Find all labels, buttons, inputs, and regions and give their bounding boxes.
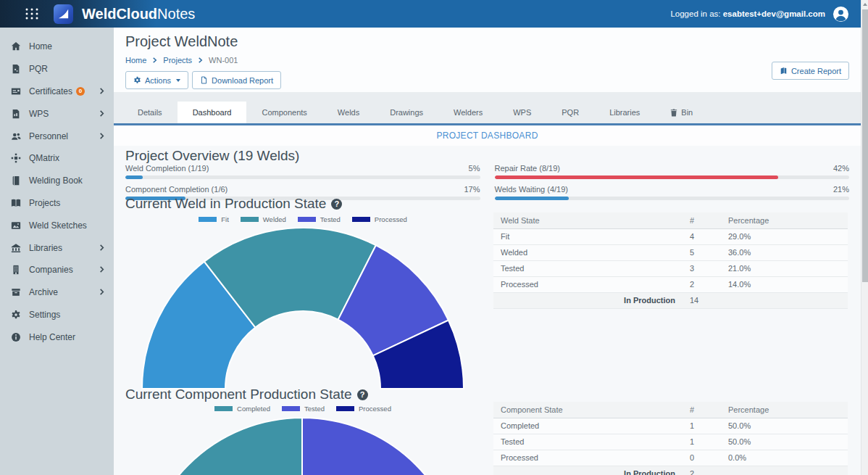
breadcrumb: Home Projects WN-001	[125, 56, 861, 65]
legend-swatch	[282, 406, 300, 411]
sidebar-item-wps[interactable]: WPS	[0, 102, 114, 125]
image-icon	[11, 220, 21, 231]
scroll-up-arrow-icon[interactable]	[863, 3, 867, 6]
legend-swatch	[199, 217, 217, 222]
vertical-scrollbar[interactable]	[861, 0, 868, 475]
help-icon[interactable]: ?	[357, 389, 368, 400]
sidebar-item-pqr[interactable]: PQR	[0, 58, 114, 80]
progress-bar	[495, 197, 850, 200]
legend-swatch	[298, 217, 316, 222]
metric-value: 21%	[833, 185, 849, 194]
component-state-pie-chart[interactable]	[126, 416, 480, 475]
tab-pqr[interactable]: PQR	[546, 102, 594, 123]
legend-item-welded[interactable]: Welded	[241, 215, 286, 223]
sidebar-item-libraries[interactable]: Libraries	[0, 236, 114, 259]
in-production-value: 14	[683, 292, 721, 308]
create-report-button[interactable]: Create Report	[772, 62, 849, 80]
sidebar-item-label: Help Center	[29, 332, 75, 342]
weld-state-donut-chart[interactable]	[126, 224, 480, 391]
overview-title: Project Overview (19 Welds)	[125, 148, 299, 164]
legend-item-fit[interactable]: Fit	[199, 215, 229, 223]
sidebar-item-qmatrix[interactable]: QMatrix	[0, 147, 114, 170]
sidebar-item-welding-book[interactable]: Welding Book	[0, 170, 114, 192]
weld-chart-legend: Fit Welded Tested Processed	[126, 215, 480, 223]
chevron-right-icon	[99, 243, 105, 253]
component-chart-legend: Completed Tested Processed	[126, 405, 480, 413]
table-header-row: Component State # Percentage	[493, 402, 848, 418]
download-report-button[interactable]: Download Report	[192, 71, 281, 89]
report-book-icon	[780, 67, 788, 75]
sidebar-item-certificates[interactable]: Certificates 0	[0, 80, 114, 103]
sidebar-item-companies[interactable]: Companies	[0, 259, 114, 281]
help-icon[interactable]: ?	[331, 199, 342, 210]
table-row: Completed 1 50.0%	[493, 418, 848, 434]
col-weld-state: Weld State	[493, 212, 683, 228]
gear-icon	[11, 310, 21, 320]
tab-libraries[interactable]: Libraries	[594, 102, 655, 123]
project-dashboard-link[interactable]: PROJECT DASHBOARD	[436, 131, 538, 141]
col-component-state: Component State	[493, 402, 683, 418]
tab-components[interactable]: Components	[246, 102, 322, 123]
tab-wps[interactable]: WPS	[498, 102, 546, 123]
sidebar-item-home[interactable]: Home	[0, 36, 114, 58]
legend-item-processed[interactable]: Processed	[336, 405, 391, 413]
legend-item-tested[interactable]: Tested	[298, 215, 341, 223]
metric-label: Weld Completion (1/19)	[125, 164, 209, 173]
sidebar-item-archive[interactable]: Archive	[0, 281, 114, 304]
sidebar-item-label: WPS	[29, 109, 49, 119]
sidebar-item-weld-sketches[interactable]: Weld Sketches	[0, 214, 114, 236]
tab-dashboard[interactable]: Dashboard	[178, 102, 247, 123]
legend-label: Completed	[237, 405, 270, 413]
sidebar-item-label: Settings	[29, 310, 60, 320]
table-footer-row: In Production 14	[493, 292, 848, 308]
create-report-label: Create Report	[791, 67, 841, 75]
component-state-table: Component State # Percentage Completed 1…	[493, 402, 848, 475]
home-icon	[11, 41, 21, 51]
breadcrumb-projects-link[interactable]: Projects	[163, 56, 192, 65]
legend-item-completed[interactable]: Completed	[214, 405, 270, 413]
weld-state-table: Weld State # Percentage Fit 4 29.0% Weld…	[493, 212, 848, 309]
sidebar-item-label: Personnel	[29, 131, 68, 141]
scrollbar-thumb[interactable]	[862, 9, 868, 282]
tab-welds[interactable]: Welds	[322, 102, 375, 123]
sidebar-nav: Home PQR Certificates 0 WPS Personnel	[0, 28, 114, 475]
legend-item-processed[interactable]: Processed	[352, 215, 407, 223]
main-panel: Project WeldNote Home Projects WN-001 Ac…	[114, 28, 861, 475]
page-title: Project WeldNote	[125, 28, 861, 50]
table-footer-row: In Production 2	[493, 466, 848, 475]
building-icon	[11, 265, 21, 275]
sidebar-item-projects[interactable]: Projects	[0, 192, 114, 215]
in-production-value: 2	[683, 466, 721, 475]
document-icon	[11, 64, 21, 74]
sidebar-item-help-center[interactable]: Help Center	[0, 326, 114, 348]
actions-button[interactable]: Actions	[125, 71, 188, 89]
weldcloud-logo-icon	[54, 4, 73, 24]
brand-light: Notes	[157, 6, 195, 22]
overview-metrics: Weld Completion (1/19) 5% Repair Rate (8…	[125, 164, 849, 200]
sidebar-item-label: Weld Sketches	[29, 220, 87, 231]
tab-details[interactable]: Details	[122, 102, 178, 123]
sidebar-item-label: Companies	[29, 265, 73, 275]
overview-heading: Project Overview (19 Welds)	[125, 148, 299, 164]
brand-title: WeldCloudNotes	[82, 6, 195, 22]
sidebar-item-label: QMatrix	[29, 153, 59, 163]
sidebar-item-label: Welding Book	[29, 175, 83, 186]
table-row: Welded 5 36.0%	[493, 244, 848, 260]
user-avatar-icon[interactable]	[832, 6, 849, 22]
table-row: Processed 2 14.0%	[493, 276, 848, 292]
tab-drawings[interactable]: Drawings	[375, 102, 438, 123]
download-report-label: Download Report	[212, 76, 273, 85]
legend-item-tested[interactable]: Tested	[282, 405, 325, 413]
app-grid-icon[interactable]	[24, 6, 40, 22]
tab-welders[interactable]: Welders	[438, 102, 498, 123]
chevron-right-icon	[99, 287, 105, 297]
chevron-right-icon	[99, 86, 105, 96]
breadcrumb-home-link[interactable]: Home	[125, 56, 146, 65]
tab-bin[interactable]: Bin	[655, 102, 708, 123]
sidebar-item-settings[interactable]: Settings	[0, 304, 114, 326]
sidebar-item-personnel[interactable]: Personnel	[0, 125, 114, 147]
progress-bar	[125, 175, 480, 179]
weldcloud-notes-app: WeldCloudNotes Logged in as: esabtest+de…	[0, 0, 868, 475]
book-icon	[11, 175, 21, 186]
in-production-label: In Production	[493, 466, 683, 475]
